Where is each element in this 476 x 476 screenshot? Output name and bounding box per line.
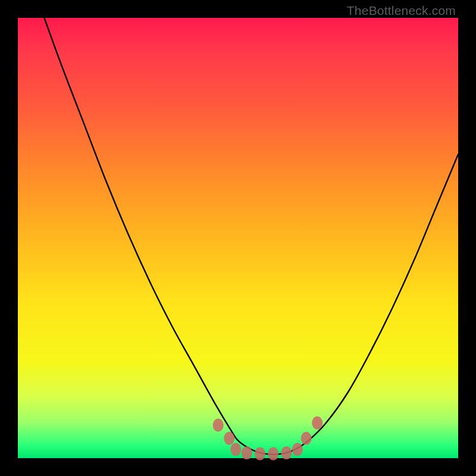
plot-area <box>18 18 458 458</box>
curve-marker <box>224 432 234 445</box>
curve-marker <box>281 446 292 459</box>
curve-marker <box>301 432 312 445</box>
curve-marker <box>312 416 322 430</box>
curve-marker <box>213 419 224 432</box>
curve-marker <box>292 443 303 456</box>
curve-marker <box>230 443 241 456</box>
curve-marker <box>268 447 278 461</box>
bottleneck-curve <box>44 18 458 455</box>
curve-marker <box>255 447 265 461</box>
bottleneck-curve-svg <box>18 18 458 458</box>
curve-marker <box>242 446 252 459</box>
watermark-text: TheBottleneck.com <box>347 4 456 18</box>
chart-frame: TheBottleneck.com <box>0 0 476 476</box>
